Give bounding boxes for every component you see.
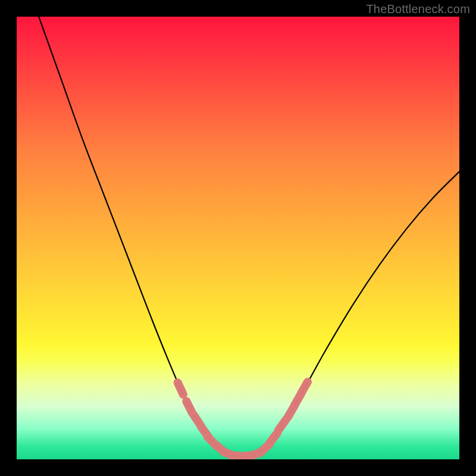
watermark-text: TheBottleneck.com <box>366 2 470 16</box>
plot-area <box>17 17 459 459</box>
